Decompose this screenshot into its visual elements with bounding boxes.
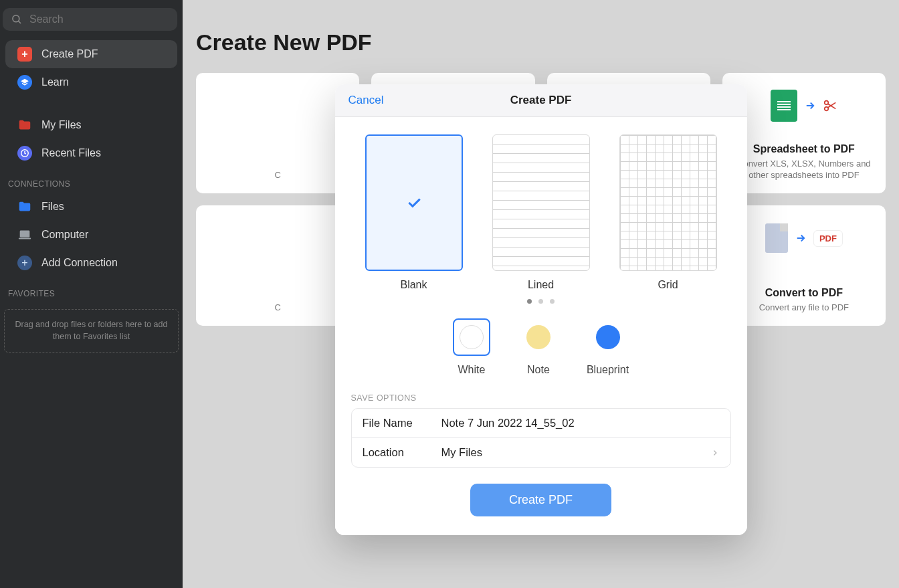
color-swatch	[460, 325, 484, 349]
main-content: Create New PDF C ges and a PDF Spreadshe…	[183, 0, 899, 588]
sidebar-item-computer[interactable]: Computer	[5, 221, 177, 249]
color-label: White	[458, 364, 485, 376]
cancel-button[interactable]: Cancel	[348, 94, 384, 107]
sidebar-item-files[interactable]: Files	[5, 193, 177, 221]
color-row: White Note Blueprint	[351, 318, 731, 376]
favorites-label: FAVORITES	[0, 277, 183, 302]
plus-circle-icon: +	[17, 256, 32, 270]
sidebar-item-label: Computer	[41, 229, 88, 241]
chevron-right-icon	[710, 448, 720, 458]
create-pdf-modal: Cancel Create PDF Blank Lined	[335, 84, 747, 535]
location-row[interactable]: Location My Files	[352, 438, 730, 467]
filename-value: Note 7 Jun 2022 14_55_02	[441, 417, 720, 429]
dot[interactable]	[550, 299, 555, 304]
color-blueprint[interactable]: Blueprint	[587, 318, 629, 376]
cap-icon	[17, 75, 32, 90]
template-preview	[619, 134, 717, 271]
sidebar-item-create-pdf[interactable]: + Create PDF	[5, 40, 177, 68]
save-options-group: File Name Note 7 Jun 2022 14_55_02 Locat…	[351, 408, 731, 468]
template-lined[interactable]: Lined	[492, 134, 590, 291]
filename-row[interactable]: File Name Note 7 Jun 2022 14_55_02	[352, 409, 730, 438]
folder-icon	[17, 118, 32, 132]
modal-header: Cancel Create PDF	[335, 84, 747, 117]
favorites-dropzone[interactable]: Drag and drop files or folders here to a…	[4, 309, 179, 353]
svg-rect-3	[20, 231, 30, 237]
clock-icon	[17, 146, 32, 161]
color-swatch	[526, 325, 551, 349]
modal-title: Create PDF	[335, 94, 747, 107]
filename-label: File Name	[363, 417, 441, 429]
location-label: Location	[363, 446, 441, 459]
svg-rect-4	[19, 238, 31, 239]
color-note[interactable]: Note	[520, 318, 557, 376]
folder-icon	[17, 199, 32, 214]
template-preview	[365, 134, 463, 271]
page-dots	[351, 299, 731, 304]
sidebar-item-add-connection[interactable]: + Add Connection	[5, 249, 177, 277]
connections-label: CONNECTIONS	[0, 167, 183, 193]
sidebar-item-label: Create PDF	[41, 48, 98, 60]
modal-backdrop: Cancel Create PDF Blank Lined	[183, 0, 899, 588]
sidebar: + Create PDF Learn My Files Recent Files…	[0, 0, 183, 588]
color-swatch	[596, 325, 620, 349]
location-value: My Files	[441, 446, 710, 459]
check-icon	[405, 194, 423, 211]
template-preview	[492, 134, 590, 271]
search-input[interactable]	[29, 13, 169, 25]
plus-icon: +	[17, 47, 32, 62]
sidebar-item-my-files[interactable]: My Files	[5, 111, 177, 139]
color-label: Blueprint	[587, 364, 629, 376]
svg-point-0	[13, 15, 19, 22]
sidebar-item-label: Learn	[41, 76, 69, 88]
template-label: Grid	[658, 279, 678, 291]
laptop-icon	[17, 227, 32, 242]
save-options-label: SAVE OPTIONS	[351, 393, 731, 403]
color-white[interactable]: White	[453, 318, 490, 376]
dot[interactable]	[527, 299, 532, 304]
sidebar-item-learn[interactable]: Learn	[5, 68, 177, 96]
template-grid[interactable]: Grid	[619, 134, 717, 291]
search-box[interactable]	[3, 8, 177, 31]
sidebar-item-label: Recent Files	[41, 147, 101, 159]
template-label: Blank	[400, 279, 427, 291]
sidebar-item-recent-files[interactable]: Recent Files	[5, 139, 177, 167]
sidebar-item-label: My Files	[41, 119, 82, 131]
svg-line-1	[18, 21, 21, 23]
template-row: Blank Lined Grid	[351, 134, 731, 291]
search-icon	[11, 13, 23, 25]
color-label: Note	[527, 364, 550, 376]
template-blank[interactable]: Blank	[365, 134, 463, 291]
create-pdf-button[interactable]: Create PDF	[470, 484, 611, 516]
sidebar-item-label: Add Connection	[41, 257, 118, 269]
sidebar-item-label: Files	[41, 201, 64, 213]
dot[interactable]	[538, 299, 543, 304]
template-label: Lined	[528, 279, 554, 291]
